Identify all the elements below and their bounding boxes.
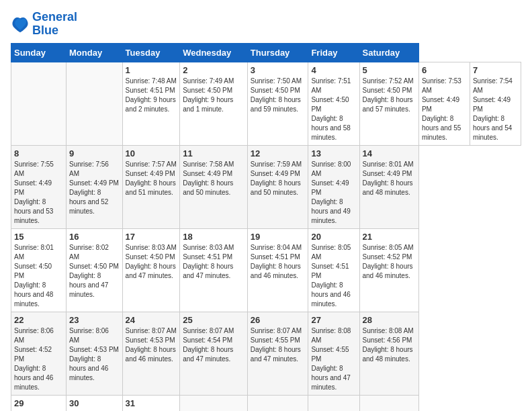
calendar-cell: 11Sunrise: 7:58 AMSunset: 4:49 PMDayligh… — [180, 145, 248, 228]
day-number: 14 — [363, 148, 416, 158]
calendar-cell: 9Sunrise: 7:56 AMSunset: 4:49 PMDaylight… — [66, 145, 123, 228]
day-number: 12 — [251, 148, 306, 158]
header-cell-monday: Monday — [66, 43, 123, 62]
day-info: Sunrise: 7:48 AMSunset: 4:51 PMDaylight:… — [126, 77, 177, 114]
day-info: Sunrise: 8:05 AMSunset: 4:51 PMDaylight:… — [311, 243, 356, 309]
day-info: Sunrise: 8:04 AMSunset: 4:51 PMDaylight:… — [251, 243, 306, 281]
day-number: 29 — [14, 398, 63, 408]
day-info: Sunrise: 7:50 AMSunset: 4:50 PMDaylight:… — [251, 77, 306, 114]
calendar-cell: 8Sunrise: 7:55 AMSunset: 4:49 PMDaylight… — [11, 145, 66, 228]
day-number: 17 — [126, 232, 177, 242]
header-cell-friday: Friday — [308, 43, 359, 62]
day-info: Sunrise: 8:05 AMSunset: 4:52 PMDaylight:… — [363, 243, 416, 281]
day-info: Sunrise: 7:58 AMSunset: 4:49 PMDaylight:… — [183, 160, 245, 197]
day-number: 3 — [251, 65, 306, 75]
day-number: 6 — [422, 65, 467, 75]
header-cell-thursday: Thursday — [247, 43, 308, 62]
day-number: 9 — [69, 148, 120, 158]
calendar-cell: 28Sunrise: 8:08 AMSunset: 4:56 PMDayligh… — [359, 312, 418, 395]
calendar-cell — [11, 62, 66, 145]
day-number: 31 — [126, 398, 177, 408]
day-number: 23 — [69, 315, 120, 325]
day-number: 10 — [126, 148, 177, 158]
calendar-cell: 25Sunrise: 8:07 AMSunset: 4:54 PMDayligh… — [180, 312, 248, 395]
day-number: 20 — [311, 232, 356, 242]
day-info: Sunrise: 8:06 AMSunset: 4:52 PMDaylight:… — [14, 326, 63, 392]
calendar-cell: 17Sunrise: 8:03 AMSunset: 4:50 PMDayligh… — [122, 228, 180, 312]
calendar-cell: 29Sunrise: 8:08 AMSunset: 4:57 PMDayligh… — [11, 395, 66, 411]
calendar-cell: 10Sunrise: 7:57 AMSunset: 4:49 PMDayligh… — [122, 145, 180, 228]
day-info: Sunrise: 7:51 AMSunset: 4:50 PMDaylight:… — [311, 77, 356, 142]
day-number: 13 — [311, 148, 356, 158]
day-number: 1 — [126, 65, 177, 75]
day-number: 28 — [363, 315, 416, 325]
calendar-cell: 23Sunrise: 8:06 AMSunset: 4:53 PMDayligh… — [66, 312, 123, 395]
day-info: Sunrise: 8:03 AMSunset: 4:50 PMDaylight:… — [126, 243, 177, 281]
day-info: Sunrise: 7:55 AMSunset: 4:49 PMDaylight:… — [14, 160, 63, 226]
calendar-cell: 16Sunrise: 8:02 AMSunset: 4:50 PMDayligh… — [66, 228, 123, 312]
calendar-cell: 3Sunrise: 7:50 AMSunset: 4:50 PMDaylight… — [247, 62, 308, 145]
day-info: Sunrise: 8:01 AMSunset: 4:50 PMDaylight:… — [14, 243, 63, 309]
logo-text: General Blue — [32, 11, 77, 38]
calendar-cell: 5Sunrise: 7:52 AMSunset: 4:50 PMDaylight… — [359, 62, 418, 145]
day-info: Sunrise: 7:57 AMSunset: 4:49 PMDaylight:… — [126, 160, 177, 197]
calendar-cell: 31Sunrise: 8:08 AMSunset: 4:59 PMDayligh… — [122, 395, 180, 411]
calendar-cell: 1Sunrise: 7:48 AMSunset: 4:51 PMDaylight… — [122, 62, 180, 145]
calendar-week-3: 15Sunrise: 8:01 AMSunset: 4:50 PMDayligh… — [11, 228, 521, 312]
day-info: Sunrise: 8:07 AMSunset: 4:53 PMDaylight:… — [126, 326, 177, 364]
day-number: 16 — [69, 232, 120, 242]
day-info: Sunrise: 8:07 AMSunset: 4:55 PMDaylight:… — [251, 326, 306, 364]
day-info: Sunrise: 7:56 AMSunset: 4:49 PMDaylight:… — [69, 160, 120, 216]
day-info: Sunrise: 8:00 AMSunset: 4:49 PMDaylight:… — [311, 160, 356, 226]
calendar-cell: 18Sunrise: 8:03 AMSunset: 4:51 PMDayligh… — [180, 228, 248, 312]
day-number: 25 — [183, 315, 245, 325]
day-number: 7 — [473, 65, 518, 75]
day-info: Sunrise: 7:49 AMSunset: 4:50 PMDaylight:… — [183, 77, 245, 114]
calendar-cell — [308, 395, 359, 411]
logo: General Blue — [11, 11, 77, 38]
day-info: Sunrise: 8:08 AMSunset: 4:55 PMDaylight:… — [311, 326, 356, 392]
day-info: Sunrise: 8:01 AMSunset: 4:49 PMDaylight:… — [363, 160, 416, 197]
calendar-cell — [180, 395, 248, 411]
calendar-cell: 4Sunrise: 7:51 AMSunset: 4:50 PMDaylight… — [308, 62, 359, 145]
calendar-week-4: 22Sunrise: 8:06 AMSunset: 4:52 PMDayligh… — [11, 312, 521, 395]
calendar-cell: 2Sunrise: 7:49 AMSunset: 4:50 PMDaylight… — [180, 62, 248, 145]
day-info: Sunrise: 7:53 AMSunset: 4:49 PMDaylight:… — [422, 77, 467, 142]
calendar-cell: 12Sunrise: 7:59 AMSunset: 4:49 PMDayligh… — [247, 145, 308, 228]
calendar-body: 1Sunrise: 7:48 AMSunset: 4:51 PMDaylight… — [11, 62, 521, 411]
header-cell-tuesday: Tuesday — [122, 43, 180, 62]
day-number: 8 — [14, 148, 63, 158]
day-number: 19 — [251, 232, 306, 242]
day-number: 5 — [363, 65, 416, 75]
calendar-cell: 27Sunrise: 8:08 AMSunset: 4:55 PMDayligh… — [308, 312, 359, 395]
calendar-cell: 22Sunrise: 8:06 AMSunset: 4:52 PMDayligh… — [11, 312, 66, 395]
calendar-table: SundayMondayTuesdayWednesdayThursdayFrid… — [11, 43, 521, 411]
calendar-week-5: 29Sunrise: 8:08 AMSunset: 4:57 PMDayligh… — [11, 395, 521, 411]
day-info: Sunrise: 7:54 AMSunset: 4:49 PMDaylight:… — [473, 77, 518, 142]
day-number: 22 — [14, 315, 63, 325]
calendar-cell: 20Sunrise: 8:05 AMSunset: 4:51 PMDayligh… — [308, 228, 359, 312]
calendar-cell — [66, 62, 123, 145]
day-number: 15 — [14, 232, 63, 242]
calendar-cell: 6Sunrise: 7:53 AMSunset: 4:49 PMDaylight… — [418, 62, 470, 145]
day-number: 21 — [363, 232, 416, 242]
calendar-cell: 15Sunrise: 8:01 AMSunset: 4:50 PMDayligh… — [11, 228, 66, 312]
day-info: Sunrise: 8:07 AMSunset: 4:54 PMDaylight:… — [183, 326, 245, 364]
header: General Blue — [11, 11, 521, 38]
day-info: Sunrise: 8:08 AMSunset: 4:56 PMDaylight:… — [363, 326, 416, 364]
calendar-cell: 26Sunrise: 8:07 AMSunset: 4:55 PMDayligh… — [247, 312, 308, 395]
day-info: Sunrise: 7:59 AMSunset: 4:49 PMDaylight:… — [251, 160, 306, 197]
day-number: 2 — [183, 65, 245, 75]
day-info: Sunrise: 8:06 AMSunset: 4:53 PMDaylight:… — [69, 326, 120, 383]
calendar-cell — [359, 395, 418, 411]
calendar-cell: 24Sunrise: 8:07 AMSunset: 4:53 PMDayligh… — [122, 312, 180, 395]
header-cell-sunday: Sunday — [11, 43, 66, 62]
header-cell-wednesday: Wednesday — [180, 43, 248, 62]
calendar-week-1: 1Sunrise: 7:48 AMSunset: 4:51 PMDaylight… — [11, 62, 521, 145]
calendar-header-row: SundayMondayTuesdayWednesdayThursdayFrid… — [11, 43, 521, 62]
day-number: 4 — [311, 65, 356, 75]
calendar-cell — [247, 395, 308, 411]
day-info: Sunrise: 7:52 AMSunset: 4:50 PMDaylight:… — [363, 77, 416, 114]
day-number: 18 — [183, 232, 245, 242]
calendar-cell: 14Sunrise: 8:01 AMSunset: 4:49 PMDayligh… — [359, 145, 418, 228]
